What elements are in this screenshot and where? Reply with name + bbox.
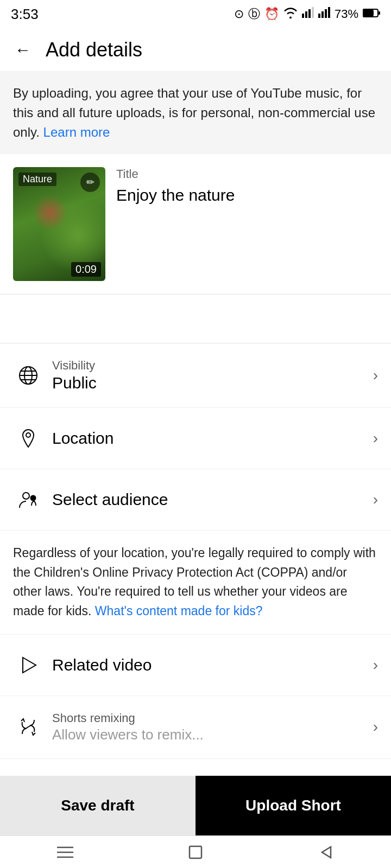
video-thumbnail: Nature 0:09 ✏	[13, 167, 105, 281]
coppa-link[interactable]: What's content made for kids?	[95, 604, 263, 618]
shorts-remixing-label: Shorts remixing	[52, 711, 373, 725]
svg-rect-0	[302, 14, 304, 18]
coppa-notice: Regardless of your location, you're lega…	[0, 531, 391, 635]
notice-banner: By uploading, you agree that your use of…	[0, 72, 391, 154]
location-text: Location	[43, 429, 373, 448]
svg-rect-2	[308, 9, 311, 18]
wifi-icon	[283, 7, 298, 22]
globe-icon	[13, 360, 43, 391]
audience-menu-item[interactable]: Select audience ›	[0, 469, 391, 531]
back-button[interactable]: ←	[11, 38, 35, 62]
shorts-remixing-chevron-icon: ›	[373, 718, 378, 736]
description-section	[0, 295, 391, 343]
learn-more-link[interactable]: Learn more	[43, 125, 110, 139]
status-bar: 3:53 ⊙ ⓑ ⏰	[0, 0, 391, 28]
remix-icon	[13, 712, 43, 742]
svg-rect-4	[318, 14, 320, 18]
upload-short-button[interactable]: Upload Short	[195, 776, 391, 835]
svg-marker-26	[322, 847, 331, 858]
back-arrow-icon: ←	[15, 41, 31, 59]
svg-point-16	[26, 433, 30, 437]
video-title-text: Enjoy the nature	[116, 184, 378, 206]
shorts-remixing-value: Allow viewers to remix...	[52, 726, 313, 743]
visibility-text: Visibility Public	[43, 359, 373, 392]
audience-chevron-icon: ›	[373, 491, 378, 508]
nav-back-icon[interactable]	[310, 836, 342, 869]
related-video-text: Related video	[43, 656, 373, 674]
location-pin-icon	[13, 423, 43, 454]
visibility-label: Visibility	[52, 359, 373, 373]
shorts-remixing-text: Shorts remixing Allow viewers to remix..…	[43, 711, 373, 743]
signal2-icon	[318, 7, 330, 21]
svg-line-21	[26, 725, 31, 729]
navigation-bar	[0, 835, 391, 868]
svg-rect-25	[190, 846, 201, 858]
svg-rect-7	[328, 7, 330, 18]
audience-text: Select audience	[43, 490, 373, 509]
thumbnail-label-text: Nature	[18, 173, 56, 186]
location-menu-item[interactable]: Location ›	[0, 408, 391, 469]
shorts-remixing-item[interactable]: Shorts remixing Allow viewers to remix..…	[0, 696, 391, 759]
pencil-icon: ✏	[86, 176, 94, 188]
related-video-chevron-icon: ›	[373, 656, 378, 674]
related-video-item[interactable]: Related video ›	[0, 635, 391, 696]
title-label: Title	[116, 167, 378, 181]
video-duration: 0:09	[71, 262, 101, 277]
video-card: Nature 0:09 ✏ Title Enjoy the nature	[0, 154, 391, 295]
visibility-value: Public	[52, 374, 373, 392]
audience-label: Select audience	[52, 490, 373, 509]
play-icon	[13, 650, 43, 680]
related-video-label: Related video	[52, 656, 373, 674]
location-chevron-icon: ›	[373, 430, 378, 447]
whatsapp-icon: ⊙	[234, 7, 244, 21]
battery-percent: 73%	[335, 7, 358, 21]
svg-rect-6	[325, 9, 327, 18]
nav-home-icon[interactable]	[179, 836, 212, 869]
status-time: 3:53	[11, 6, 39, 23]
page-title: Add details	[46, 39, 142, 61]
notice-text: By uploading, you agree that your use of…	[13, 84, 378, 142]
menu-list: Visibility Public › Location ›	[0, 343, 391, 531]
bottom-action-bar: Save draft Upload Short	[0, 776, 391, 835]
svg-point-17	[23, 493, 29, 499]
nav-menu-icon[interactable]	[49, 836, 81, 869]
visibility-menu-item[interactable]: Visibility Public ›	[0, 343, 391, 408]
coppa-text: Regardless of your location, you're lega…	[13, 544, 378, 621]
visibility-chevron-icon: ›	[373, 367, 378, 384]
svg-rect-1	[305, 11, 307, 18]
svg-rect-5	[321, 11, 324, 18]
status-icons: ⊙ ⓑ ⏰	[234, 6, 380, 22]
audience-icon	[13, 484, 43, 515]
svg-rect-3	[312, 7, 314, 18]
top-navigation: ← Add details	[0, 28, 391, 72]
signal-icon	[302, 7, 314, 21]
location-label: Location	[52, 429, 373, 448]
battery-icon	[363, 7, 380, 21]
b-icon: ⓑ	[248, 6, 260, 22]
svg-rect-10	[379, 11, 380, 15]
video-info: Title Enjoy the nature	[116, 167, 378, 206]
alarm-icon: ⏰	[264, 7, 279, 21]
svg-rect-9	[363, 10, 374, 16]
save-draft-button[interactable]: Save draft	[0, 776, 195, 835]
svg-marker-20	[23, 658, 36, 673]
edit-thumbnail-button[interactable]: ✏	[80, 173, 100, 192]
